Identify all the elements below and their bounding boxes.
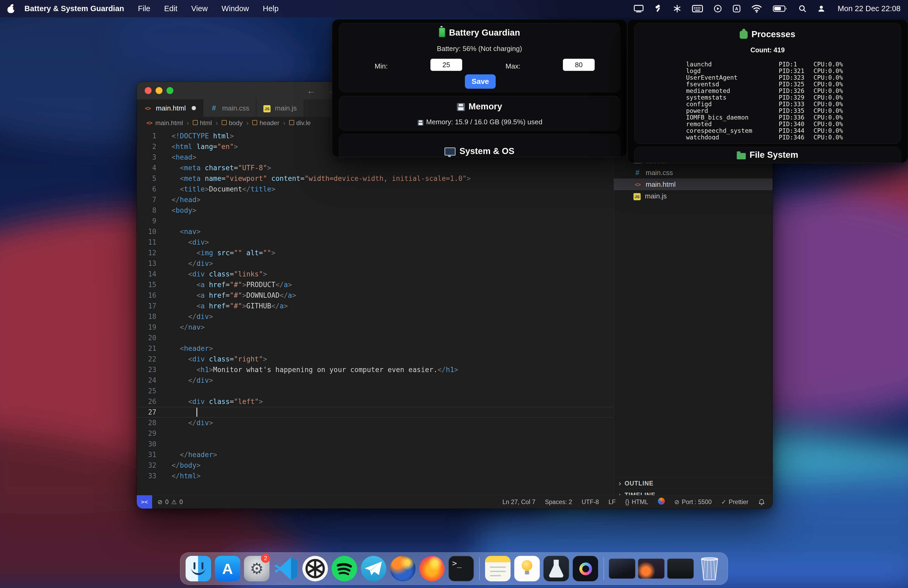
browser-status[interactable] <box>658 498 665 506</box>
breadcrumb-item-header[interactable]: header <box>252 119 279 127</box>
finder-dock-icon[interactable] <box>185 555 212 582</box>
app-store-dock-icon[interactable]: A <box>214 555 241 582</box>
nav-back-button[interactable]: ← <box>307 85 316 96</box>
firefox-dock-icon[interactable] <box>419 555 445 582</box>
code-line[interactable]: 24 </div> <box>137 375 613 386</box>
menu-help[interactable]: Help <box>263 4 279 13</box>
code-line[interactable]: 28 </div> <box>137 417 613 428</box>
breadcrumb-item-html[interactable]: html <box>193 119 212 127</box>
menu-file[interactable]: File <box>138 4 151 13</box>
section-label: OUTLINE <box>625 480 654 487</box>
code-line[interactable]: 5 <meta name="viewport" content="width=d… <box>137 173 613 184</box>
save-button[interactable]: Save <box>465 74 496 89</box>
menu-bar-clock[interactable]: Mon 22 Dec 22:08 <box>838 4 901 13</box>
asterisk-icon[interactable] <box>673 3 681 14</box>
breadcrumb-item-div.le[interactable]: div.le <box>289 119 311 127</box>
active-app-name[interactable]: Battery & System Guardian <box>24 4 124 13</box>
zoom-button[interactable] <box>166 87 173 94</box>
breadcrumb-item-main.html[interactable]: <>main.html <box>145 119 183 127</box>
section-outline[interactable]: ›OUTLINE <box>614 477 773 489</box>
process-name: systemstats <box>686 94 726 101</box>
code-line[interactable]: 30 <box>137 439 613 449</box>
formatter-status[interactable]: ✓Prettier <box>721 498 749 506</box>
spotify-dock-icon[interactable] <box>331 555 357 582</box>
remote-indicator[interactable]: >< <box>137 495 152 509</box>
menu-edit[interactable]: Edit <box>164 4 177 13</box>
code-line[interactable]: 8<body> <box>137 205 613 216</box>
code-line[interactable]: 31 </header> <box>137 449 613 460</box>
min-input[interactable] <box>430 59 462 71</box>
code-editor[interactable]: 1<!DOCTYPE html>2<html lang="en">3<head>… <box>137 129 613 495</box>
dark-app-2-dock-icon[interactable] <box>572 555 599 582</box>
minimized-window-thumbnail[interactable] <box>667 555 694 582</box>
tab-main.js[interactable]: JSmain.js <box>256 99 304 117</box>
code-line[interactable]: 6 <title>Document</title> <box>137 184 613 194</box>
breadcrumb-item-body[interactable]: body <box>222 119 243 127</box>
chatgpt-dock-icon[interactable] <box>302 555 328 582</box>
code-line[interactable]: 12 <img src="" alt=""> <box>137 248 613 258</box>
user-icon[interactable] <box>817 3 826 14</box>
code-line[interactable]: 14 <div class="links"> <box>137 269 613 279</box>
code-line[interactable]: 4 <meta charset="UTF-8"> <box>137 163 613 173</box>
vscode-dock-icon[interactable] <box>273 555 299 582</box>
code-line[interactable]: 11 <div> <box>137 237 613 248</box>
code-line[interactable]: 15 <a href="#">PRODUCT</a> <box>137 279 613 290</box>
code-line[interactable]: 33</html> <box>137 470 613 481</box>
notifications-status[interactable] <box>758 498 765 506</box>
settings-dock-icon[interactable]: ⚙2 <box>243 555 270 582</box>
trash-dock-icon[interactable] <box>696 555 723 582</box>
minimize-button[interactable] <box>156 87 163 94</box>
file-main.js[interactable]: JSmain.js <box>614 190 773 202</box>
spotlight-icon[interactable] <box>799 3 807 14</box>
telegram-dock-icon[interactable] <box>360 555 387 582</box>
cursor-position-status[interactable]: Ln 27, Col 7 <box>502 498 535 506</box>
code-line[interactable]: 16 <a href="#">DOWNLOAD</a> <box>137 290 613 301</box>
code-line[interactable]: 18 </div> <box>137 311 613 322</box>
keyboard-icon[interactable] <box>692 3 703 14</box>
code-line[interactable]: 13 </div> <box>137 258 613 269</box>
hammer-icon[interactable] <box>654 3 662 14</box>
code-line[interactable]: 17 <a href="#">GITHUB</a> <box>137 301 613 311</box>
process-name: powerd <box>686 108 708 114</box>
close-button[interactable] <box>145 87 151 94</box>
tab-main.css[interactable]: #main.css <box>203 99 257 117</box>
code-line[interactable]: 7</head> <box>137 194 613 205</box>
firefox-dev-dock-icon[interactable] <box>390 555 416 582</box>
screen-mirroring-icon[interactable] <box>634 3 644 14</box>
code-line[interactable]: 32</body> <box>137 460 613 470</box>
lightbulb-dock-icon[interactable] <box>514 555 540 582</box>
play-circle-icon[interactable] <box>714 3 722 14</box>
apple-menu-icon[interactable] <box>7 5 15 13</box>
code-line[interactable]: 19 </nav> <box>137 322 613 332</box>
code-line[interactable]: 22 <div class="right"> <box>137 354 613 364</box>
input-source-icon[interactable]: A <box>733 3 741 14</box>
indentation-status[interactable]: Spaces: 2 <box>545 498 572 506</box>
code-line[interactable]: 21 <header> <box>137 343 613 354</box>
wifi-icon[interactable] <box>751 3 762 14</box>
code-line[interactable]: 26 <div class="left"> <box>137 396 613 407</box>
live-server-port-status[interactable]: ⊘Port : 5500 <box>675 498 712 506</box>
menu-view[interactable]: View <box>191 4 208 13</box>
problems-indicator[interactable]: ⊘0⚠0 <box>158 498 183 506</box>
encoding-status[interactable]: UTF-8 <box>582 498 599 506</box>
language-mode-status[interactable]: {}HTML <box>625 498 648 506</box>
tab-main.html[interactable]: <>main.html <box>137 99 203 117</box>
code-line[interactable]: 25 <box>137 386 613 396</box>
code-line[interactable]: 23 <h1>Monitor what's happening on your … <box>137 364 613 375</box>
minimized-window-thumbnail[interactable] <box>609 555 635 582</box>
file-main.html[interactable]: <>main.html <box>614 179 773 190</box>
file-main.css[interactable]: #main.css <box>614 167 773 179</box>
dark-app-1-dock-icon[interactable] <box>543 555 570 582</box>
terminal-dock-icon[interactable]: >_ <box>448 555 475 582</box>
max-input[interactable] <box>563 59 595 71</box>
notes-dock-icon[interactable] <box>485 555 511 582</box>
code-line[interactable]: 29 <box>137 428 613 439</box>
code-line[interactable]: 9 <box>137 216 613 226</box>
eol-status[interactable]: LF <box>609 498 616 506</box>
section-timeline[interactable]: ›TIMELINE <box>614 489 773 495</box>
code-line[interactable]: 10 <nav> <box>137 226 613 237</box>
code-line[interactable]: 20 <box>137 332 613 343</box>
battery-icon[interactable] <box>773 3 788 14</box>
minimized-window-thumbnail[interactable] <box>638 555 665 582</box>
menu-window[interactable]: Window <box>222 4 249 13</box>
